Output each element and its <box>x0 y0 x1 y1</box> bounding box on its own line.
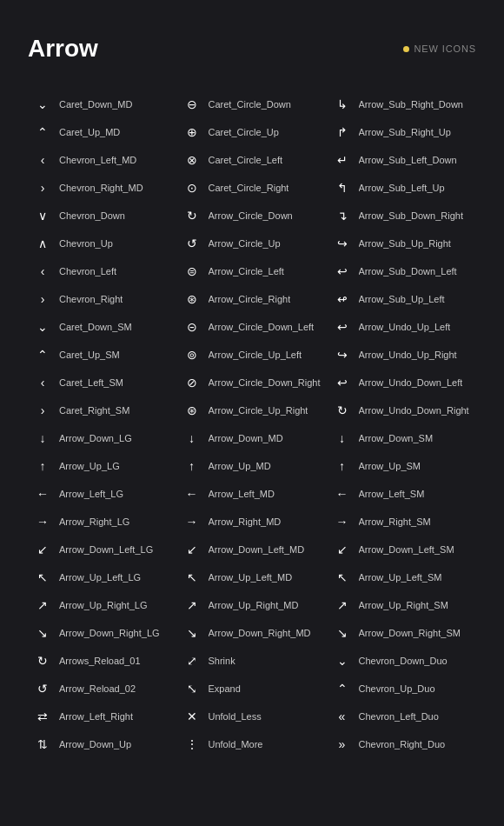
icon-item[interactable]: ⋮Unfold_More <box>177 730 328 758</box>
icon-label: Unfold_Less <box>209 711 262 722</box>
icon-item[interactable]: →Arrow_Right_LG <box>28 508 177 536</box>
icon-item[interactable]: ↺Arrow_Circle_Up <box>177 230 328 257</box>
icon-item[interactable]: ⊙Caret_Circle_Right <box>177 174 328 202</box>
icon-item[interactable]: ⊘Arrow_Circle_Down_Right <box>177 369 328 396</box>
icon-item[interactable]: ↗Arrow_Up_Right_MD <box>177 591 328 619</box>
icon-item[interactable]: ↙Arrow_Down_Left_MD <box>177 536 328 563</box>
icon-item[interactable]: ↖Arrow_Up_Left_LG <box>28 563 177 591</box>
icon-item[interactable]: ↩Arrow_Sub_Down_Left <box>328 257 477 285</box>
icon-item[interactable]: ↙Arrow_Down_Left_SM <box>328 536 477 563</box>
icon-label: Arrow_Left_MD <box>209 489 275 499</box>
icon-item[interactable]: ⌄Caret_Down_SM <box>28 313 177 341</box>
icon-item[interactable]: ↑Arrow_Up_MD <box>177 452 328 480</box>
icon-item[interactable]: ⤢Shrink <box>177 647 328 675</box>
icon-glyph: ⊗ <box>184 154 200 166</box>
icon-item[interactable]: ⌄Caret_Down_MD <box>28 90 177 118</box>
icon-item[interactable]: ↰Arrow_Sub_Left_Up <box>328 174 477 202</box>
icon-item[interactable]: ↩Arrow_Undo_Up_Left <box>328 313 477 341</box>
icon-glyph: → <box>335 516 350 528</box>
icon-label: Caret_Down_MD <box>59 99 132 110</box>
icon-glyph: ⌄ <box>35 98 50 110</box>
icon-glyph: ↘ <box>335 627 350 639</box>
icon-item[interactable]: ↳Arrow_Sub_Right_Down <box>328 90 477 118</box>
icon-label: Chevron_Up <box>59 238 113 249</box>
icon-item[interactable]: ✕Unfold_Less <box>177 703 328 730</box>
icon-item[interactable]: →Arrow_Right_SM <box>328 508 477 536</box>
icon-item[interactable]: ‹Caret_Left_SM <box>28 369 177 396</box>
icon-item[interactable]: ‹Chevron_Left_MD <box>28 146 177 174</box>
icon-glyph: ⌄ <box>335 655 350 667</box>
icon-item[interactable]: ⊛Arrow_Circle_Up_Right <box>177 396 328 424</box>
icon-item[interactable]: ⊕Caret_Circle_Up <box>177 118 328 146</box>
icon-item[interactable]: ⇅Arrow_Down_Up <box>28 730 177 758</box>
icon-item[interactable]: ↻Arrows_Reload_01 <box>28 647 177 675</box>
icon-item[interactable]: ↪Arrow_Sub_Up_Right <box>328 230 477 257</box>
icon-glyph: ∧ <box>35 237 50 250</box>
icon-item[interactable]: ⊗Caret_Circle_Left <box>177 146 328 174</box>
icon-item[interactable]: ↘Arrow_Down_Right_SM <box>328 619 477 647</box>
icon-item[interactable]: ↖Arrow_Up_Left_SM <box>328 563 477 591</box>
icon-item[interactable]: ↻Arrow_Undo_Down_Right <box>328 396 477 424</box>
icon-item[interactable]: ↗Arrow_Up_Right_SM <box>328 591 477 619</box>
icon-item[interactable]: »Chevron_Right_Duo <box>328 730 477 758</box>
icon-item[interactable]: ⌄Chevron_Down_Duo <box>328 647 477 675</box>
icon-item[interactable]: ↙Arrow_Down_Left_LG <box>28 536 177 563</box>
icon-item[interactable]: ⊚Arrow_Circle_Up_Left <box>177 341 328 369</box>
icon-item[interactable]: ↵Arrow_Sub_Left_Down <box>328 146 477 174</box>
icon-item[interactable]: ↘Arrow_Down_Right_MD <box>177 619 328 647</box>
icon-glyph: ✕ <box>184 710 200 723</box>
icon-item[interactable]: ⊝Arrow_Circle_Down_Left <box>177 313 328 341</box>
icon-item[interactable]: ⊜Arrow_Circle_Left <box>177 257 328 285</box>
icon-item[interactable]: ∨Chevron_Down <box>28 202 177 230</box>
icon-item[interactable]: ↱Arrow_Sub_Right_Up <box>328 118 477 146</box>
icon-label: Arrow_Circle_Right <box>209 294 291 304</box>
icon-item[interactable]: ›Chevron_Right <box>28 285 177 313</box>
icon-label: Arrow_Up_Left_MD <box>209 572 293 583</box>
icon-item[interactable]: ←Arrow_Left_LG <box>28 480 177 508</box>
icon-item[interactable]: ⊛Arrow_Circle_Right <box>177 285 328 313</box>
icon-item[interactable]: ↗Arrow_Up_Right_LG <box>28 591 177 619</box>
icon-label: Caret_Up_MD <box>59 127 120 137</box>
icon-item[interactable]: ↓Arrow_Down_MD <box>177 424 328 452</box>
icon-item[interactable]: ⇄Arrow_Left_Right <box>28 703 177 730</box>
icon-item[interactable]: ↴Arrow_Sub_Down_Right <box>328 202 477 230</box>
icon-item[interactable]: ↑Arrow_Up_SM <box>328 452 477 480</box>
icon-label: Arrow_Up_Right_SM <box>359 600 448 610</box>
icon-item[interactable]: ←Arrow_Left_MD <box>177 480 328 508</box>
icon-item[interactable]: ↖Arrow_Up_Left_MD <box>177 563 328 591</box>
icon-glyph: ← <box>35 488 50 500</box>
icon-label: Arrow_Up_Right_LG <box>59 600 148 610</box>
icon-label: Arrow_Circle_Left <box>209 266 284 276</box>
icon-label: Arrow_Undo_Down_Left <box>359 377 463 388</box>
icon-item[interactable]: ⌃Caret_Up_MD <box>28 118 177 146</box>
icon-item[interactable]: ↓Arrow_Down_SM <box>328 424 477 452</box>
icon-glyph: ↪ <box>335 349 350 361</box>
icon-item[interactable]: ⌃Caret_Up_SM <box>28 341 177 369</box>
icon-item[interactable]: ⊖Caret_Circle_Down <box>177 90 328 118</box>
icon-item[interactable]: ∧Chevron_Up <box>28 230 177 257</box>
icon-glyph: ↖ <box>35 571 50 583</box>
icon-item[interactable]: ›Chevron_Right_MD <box>28 174 177 202</box>
icon-item[interactable]: ←Arrow_Left_SM <box>328 480 477 508</box>
icon-item[interactable]: ↩Arrow_Undo_Down_Left <box>328 369 477 396</box>
icon-item[interactable]: ⌃Chevron_Up_Duo <box>328 675 477 703</box>
icon-label: Arrow_Down_Left_LG <box>59 544 153 555</box>
icon-item[interactable]: →Arrow_Right_MD <box>177 508 328 536</box>
icon-item[interactable]: ↺Arrow_Reload_02 <box>28 675 177 703</box>
icon-item[interactable]: ‹Chevron_Left <box>28 257 177 285</box>
icon-glyph: ↺ <box>184 237 200 250</box>
icon-item[interactable]: ↻Arrow_Circle_Down <box>177 202 328 230</box>
icon-item[interactable]: ⤡Expand <box>177 675 328 703</box>
icon-glyph: ⌃ <box>35 349 50 361</box>
icon-item[interactable]: ›Caret_Right_SM <box>28 396 177 424</box>
icon-glyph: ⋮ <box>184 738 200 750</box>
icon-label: Chevron_Up_Duo <box>359 683 435 694</box>
icon-item[interactable]: ↘Arrow_Down_Right_LG <box>28 619 177 647</box>
icon-item[interactable]: ↑Arrow_Up_LG <box>28 452 177 480</box>
icon-item[interactable]: ↓Arrow_Down_LG <box>28 424 177 452</box>
icon-item[interactable]: «Chevron_Left_Duo <box>328 703 477 730</box>
icon-label: Arrow_Sub_Down_Left <box>359 266 457 276</box>
icon-item[interactable]: ↪Arrow_Undo_Up_Right <box>328 341 477 369</box>
icon-item[interactable]: ↫Arrow_Sub_Up_Left <box>328 285 477 313</box>
icon-label: Arrow_Down_Right_MD <box>209 628 311 638</box>
